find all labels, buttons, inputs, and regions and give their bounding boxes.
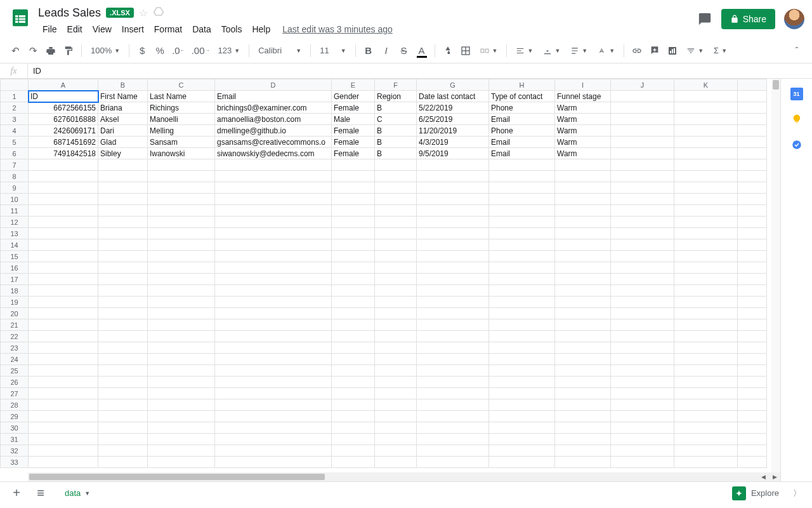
cell[interactable]: Email: [489, 148, 555, 159]
cell[interactable]: [332, 331, 375, 342]
cell[interactable]: [417, 228, 489, 239]
cell[interactable]: [215, 411, 332, 422]
merge-cells-button[interactable]: ▼: [476, 43, 502, 59]
cell[interactable]: [98, 194, 148, 205]
cell[interactable]: [98, 171, 148, 182]
cell[interactable]: [489, 331, 555, 342]
cell[interactable]: [555, 217, 611, 228]
cell[interactable]: [674, 422, 738, 434]
cell[interactable]: [148, 285, 215, 297]
cell[interactable]: [611, 182, 674, 194]
cell[interactable]: 5/22/2019: [417, 102, 489, 114]
cell[interactable]: [332, 228, 375, 239]
cell[interactable]: [332, 297, 375, 308]
cell[interactable]: [555, 445, 611, 457]
cell[interactable]: [148, 228, 215, 239]
cell[interactable]: [489, 285, 555, 297]
cell[interactable]: [489, 228, 555, 239]
cell[interactable]: [674, 285, 738, 297]
collapse-toolbar-button[interactable]: ˆ: [789, 43, 804, 59]
row-header[interactable]: 9: [1, 182, 29, 194]
cell[interactable]: [332, 171, 375, 182]
document-title[interactable]: Leads Sales: [38, 6, 101, 20]
cell[interactable]: [417, 308, 489, 319]
cell[interactable]: [148, 308, 215, 319]
cell[interactable]: [332, 285, 375, 297]
cell[interactable]: [738, 114, 767, 125]
cell[interactable]: [332, 354, 375, 365]
row-header[interactable]: 8: [1, 171, 29, 182]
cell[interactable]: [611, 388, 674, 399]
cell[interactable]: [674, 411, 738, 422]
cell[interactable]: [555, 228, 611, 239]
percent-button[interactable]: %: [152, 43, 167, 59]
cell[interactable]: [738, 457, 767, 468]
cell[interactable]: [738, 274, 767, 285]
cell[interactable]: [148, 331, 215, 342]
cell[interactable]: [215, 159, 332, 171]
cell[interactable]: [417, 331, 489, 342]
row-header[interactable]: 28: [1, 399, 29, 411]
cell[interactable]: 6672566155: [29, 102, 98, 114]
column-header[interactable]: K: [674, 79, 738, 91]
cell[interactable]: [555, 297, 611, 308]
bold-button[interactable]: B: [361, 43, 376, 59]
row-header[interactable]: 5: [1, 137, 29, 148]
cell[interactable]: [98, 422, 148, 434]
cell[interactable]: [555, 194, 611, 205]
cell[interactable]: [375, 262, 417, 274]
cell[interactable]: [148, 251, 215, 262]
cell[interactable]: [674, 434, 738, 445]
cell[interactable]: [29, 365, 98, 377]
cell[interactable]: [417, 445, 489, 457]
cell[interactable]: [674, 114, 738, 125]
cell[interactable]: [489, 274, 555, 285]
cell[interactable]: [417, 411, 489, 422]
cell[interactable]: [215, 182, 332, 194]
menu-help[interactable]: Help: [247, 22, 275, 37]
cell[interactable]: [489, 171, 555, 182]
keep-icon[interactable]: [790, 113, 803, 126]
cell[interactable]: [674, 308, 738, 319]
cell[interactable]: [98, 388, 148, 399]
cell[interactable]: [98, 331, 148, 342]
cell[interactable]: [738, 411, 767, 422]
cell[interactable]: [611, 331, 674, 342]
cell[interactable]: [674, 365, 738, 377]
cell[interactable]: Warm: [555, 102, 611, 114]
cell[interactable]: Sansam: [148, 137, 215, 148]
cell[interactable]: [215, 285, 332, 297]
cell[interactable]: [555, 239, 611, 251]
cell[interactable]: [417, 274, 489, 285]
cell[interactable]: Female: [332, 137, 375, 148]
cell[interactable]: 7491842518: [29, 148, 98, 159]
text-wrap-button[interactable]: ▼: [566, 43, 591, 59]
column-header[interactable]: A: [29, 79, 98, 91]
cell[interactable]: [738, 182, 767, 194]
cell[interactable]: [417, 171, 489, 182]
cell[interactable]: [29, 251, 98, 262]
column-header[interactable]: I: [555, 79, 611, 91]
cell[interactable]: [489, 377, 555, 388]
cell[interactable]: [489, 365, 555, 377]
cell[interactable]: [332, 308, 375, 319]
cell[interactable]: [375, 217, 417, 228]
cell[interactable]: [489, 445, 555, 457]
cell[interactable]: [148, 159, 215, 171]
cell[interactable]: [215, 194, 332, 205]
cell[interactable]: Warm: [555, 125, 611, 137]
cell[interactable]: [375, 274, 417, 285]
column-header[interactable]: D: [215, 79, 332, 91]
row-header[interactable]: 24: [1, 354, 29, 365]
cell[interactable]: [98, 308, 148, 319]
cell[interactable]: [611, 342, 674, 354]
cell[interactable]: [738, 251, 767, 262]
cell[interactable]: [417, 377, 489, 388]
cell[interactable]: [417, 422, 489, 434]
cell[interactable]: [98, 251, 148, 262]
cell[interactable]: [98, 411, 148, 422]
cell[interactable]: [29, 457, 98, 468]
cell[interactable]: 6871451692: [29, 137, 98, 148]
cell[interactable]: [29, 434, 98, 445]
explore-button[interactable]: ✦ Explore: [732, 486, 779, 500]
